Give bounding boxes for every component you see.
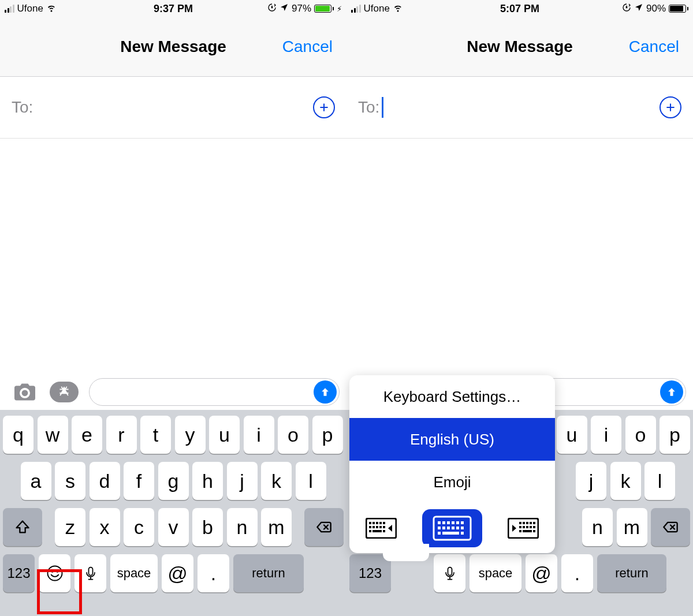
key-z[interactable]: z: [55, 508, 85, 546]
key-d[interactable]: d: [90, 462, 120, 500]
key-l[interactable]: l: [296, 462, 326, 500]
key-g[interactable]: g: [158, 462, 189, 500]
key-j[interactable]: j: [576, 462, 606, 500]
key-s[interactable]: s: [55, 462, 85, 500]
key-y[interactable]: y: [175, 416, 206, 454]
to-field-row[interactable]: To:: [0, 77, 346, 139]
key-w[interactable]: w: [38, 416, 68, 454]
svg-rect-43: [519, 526, 521, 528]
nav-bar: New Message Cancel: [346, 17, 693, 77]
keyboard-settings-option[interactable]: Keyboard Settings…: [349, 375, 555, 418]
svg-rect-0: [271, 6, 273, 8]
key-x[interactable]: x: [90, 508, 120, 546]
dock-right-icon[interactable]: [503, 514, 543, 542]
key-t[interactable]: t: [140, 416, 171, 454]
svg-rect-46: [530, 526, 532, 528]
svg-rect-12: [383, 522, 385, 524]
input-bar: [0, 371, 346, 410]
send-button[interactable]: [314, 380, 337, 404]
key-p[interactable]: p: [660, 416, 690, 454]
key-a[interactable]: a: [21, 462, 51, 500]
svg-rect-49: [523, 530, 532, 532]
key-o[interactable]: o: [625, 416, 656, 454]
location-icon: [280, 3, 289, 15]
key-l[interactable]: l: [644, 462, 675, 500]
message-area[interactable]: [0, 139, 346, 371]
key-k[interactable]: k: [261, 462, 292, 500]
key-i[interactable]: i: [244, 416, 274, 454]
to-field-row[interactable]: To:: [346, 77, 693, 139]
key-o[interactable]: o: [278, 416, 308, 454]
key-k[interactable]: k: [610, 462, 641, 500]
svg-rect-31: [452, 527, 454, 529]
key-v[interactable]: v: [158, 508, 189, 546]
key-b[interactable]: b: [192, 508, 223, 546]
key-u[interactable]: u: [557, 416, 587, 454]
key-f[interactable]: f: [124, 462, 154, 500]
emoji-key[interactable]: [39, 554, 70, 592]
svg-rect-10: [376, 522, 378, 524]
svg-rect-6: [448, 568, 452, 576]
numbers-key[interactable]: 123: [3, 554, 35, 592]
key-j[interactable]: j: [227, 462, 258, 500]
period-key[interactable]: .: [198, 554, 229, 592]
key-q[interactable]: q: [3, 416, 33, 454]
key-c[interactable]: c: [124, 508, 154, 546]
text-cursor: [382, 97, 383, 118]
key-m[interactable]: m: [261, 508, 292, 546]
page-title: New Message: [120, 38, 226, 56]
camera-icon[interactable]: [10, 380, 39, 404]
dock-left-icon[interactable]: [361, 514, 401, 542]
key-p[interactable]: p: [312, 416, 343, 454]
svg-rect-34: [438, 532, 441, 535]
screen-left: Ufone 9:37 PM 97% ⚡︎ New Message Cancel …: [0, 0, 346, 616]
svg-rect-5: [626, 6, 628, 8]
period-key[interactable]: .: [561, 554, 593, 592]
status-time: 9:37 PM: [154, 3, 193, 15]
cancel-button[interactable]: Cancel: [629, 38, 679, 56]
signal-bars-icon: [351, 5, 361, 13]
svg-rect-22: [438, 521, 441, 524]
backspace-key[interactable]: [651, 508, 690, 546]
key-r[interactable]: r: [106, 416, 137, 454]
send-button[interactable]: [660, 380, 683, 404]
shift-key[interactable]: [3, 508, 42, 546]
svg-rect-42: [533, 522, 535, 524]
app-store-icon[interactable]: [50, 382, 79, 402]
add-contact-button[interactable]: [660, 96, 681, 118]
to-label: To:: [12, 98, 33, 117]
return-key[interactable]: return: [597, 554, 666, 592]
svg-rect-38: [519, 522, 521, 524]
svg-rect-41: [530, 522, 532, 524]
dock-center-icon[interactable]: [422, 509, 482, 547]
space-key[interactable]: space: [110, 554, 158, 592]
svg-rect-18: [369, 530, 371, 532]
key-m[interactable]: m: [617, 508, 647, 546]
battery-pct: 97%: [292, 3, 311, 14]
key-n[interactable]: n: [227, 508, 258, 546]
keyboard: uiop jkl nm 123 space @ . return Keyboar…: [346, 410, 693, 616]
message-area[interactable]: [346, 139, 693, 371]
english-us-option[interactable]: English (US): [349, 418, 555, 461]
key-h[interactable]: h: [192, 462, 223, 500]
svg-rect-27: [461, 521, 464, 524]
dictate-key[interactable]: [74, 554, 106, 592]
key-u[interactable]: u: [209, 416, 240, 454]
dictate-key[interactable]: [434, 554, 465, 592]
key-n[interactable]: n: [582, 508, 613, 546]
message-input[interactable]: [89, 378, 340, 406]
add-contact-button[interactable]: [313, 96, 335, 118]
emoji-option[interactable]: Emoji: [349, 461, 555, 503]
numbers-key[interactable]: 123: [349, 554, 391, 592]
return-key[interactable]: return: [233, 554, 304, 592]
battery-icon: [669, 5, 688, 13]
key-i[interactable]: i: [591, 416, 621, 454]
at-key[interactable]: @: [162, 554, 193, 592]
at-key[interactable]: @: [526, 554, 557, 592]
cancel-button[interactable]: Cancel: [282, 38, 333, 56]
space-key[interactable]: space: [470, 554, 521, 592]
svg-rect-48: [519, 530, 521, 532]
key-e[interactable]: e: [72, 416, 102, 454]
nav-bar: New Message Cancel: [0, 17, 346, 77]
backspace-key[interactable]: [304, 508, 344, 546]
